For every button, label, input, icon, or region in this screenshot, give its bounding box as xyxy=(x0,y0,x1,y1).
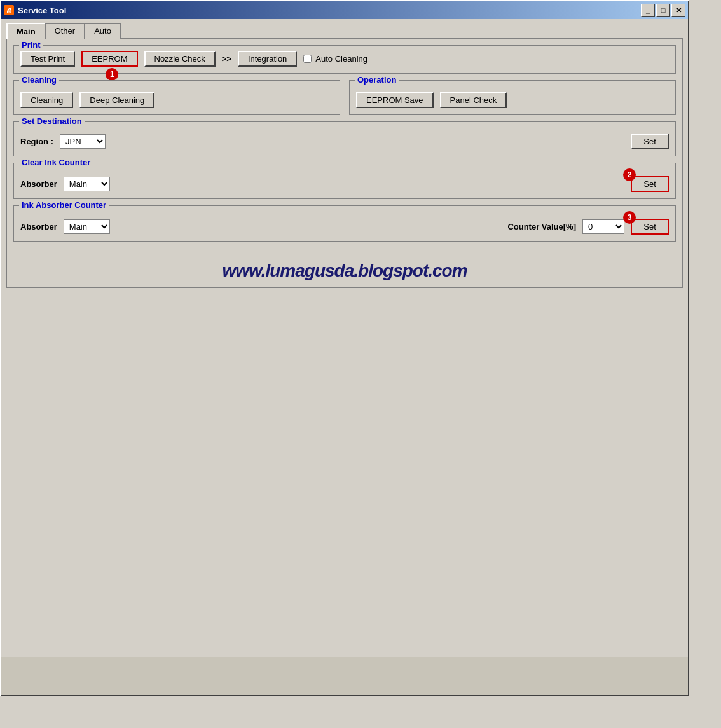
ink-absorber-counter-section: Ink Absorber Counter Absorber Main Sub C… xyxy=(13,205,676,242)
cleaning-buttons: Cleaning Deep Cleaning xyxy=(20,92,333,108)
bottom-area xyxy=(1,657,688,695)
print-row: Test Print EEPROM 1 Nozzle Check >> Inte… xyxy=(20,51,669,67)
region-left: Region : JPN USA EUR AUS xyxy=(20,134,106,149)
operation-section: Operation EEPROM Save Panel Check xyxy=(349,80,676,115)
auto-cleaning-container: Auto Cleaning xyxy=(303,54,367,64)
title-bar: 🖨 Service Tool _ □ ✕ xyxy=(1,1,688,19)
absorber-label-1: Absorber xyxy=(20,179,57,189)
badge-2: 2 xyxy=(623,168,636,181)
tab-auto[interactable]: Auto xyxy=(85,23,121,39)
absorber-row: Absorber Main Sub 2 Set xyxy=(20,176,669,192)
tab-other[interactable]: Other xyxy=(45,23,85,39)
region-select[interactable]: JPN USA EUR AUS xyxy=(60,134,106,149)
watermark: www.lumagusda.blogspot.com xyxy=(13,261,676,281)
panel-check-button[interactable]: Panel Check xyxy=(440,92,507,108)
eeprom-button[interactable]: EEPROM xyxy=(81,51,137,67)
gt-gt-label: >> xyxy=(222,54,231,64)
title-bar-left: 🖨 Service Tool xyxy=(4,5,66,15)
counter-value-select[interactable]: 0 10 20 50 100 xyxy=(582,219,624,234)
app-icon: 🖨 xyxy=(4,5,14,15)
maximize-button[interactable]: □ xyxy=(656,4,670,17)
counter-right: Counter Value[%] 0 10 20 50 100 3 Set xyxy=(507,219,669,235)
operation-section-title: Operation xyxy=(355,75,399,85)
eeprom-save-button[interactable]: EEPROM Save xyxy=(356,92,434,108)
badge-1: 1 xyxy=(106,68,118,81)
clear-ink-counter-title: Clear Ink Counter xyxy=(19,158,93,167)
set-wrapper-3: 3 Set xyxy=(631,219,669,235)
clear-ink-counter-section: Clear Ink Counter Absorber Main Sub 2 Se… xyxy=(13,163,676,199)
title-buttons: _ □ ✕ xyxy=(641,4,685,17)
nozzle-check-button[interactable]: Nozzle Check xyxy=(144,51,216,67)
minimize-button[interactable]: _ xyxy=(641,4,655,17)
auto-cleaning-label: Auto Cleaning xyxy=(315,54,367,64)
test-print-button[interactable]: Test Print xyxy=(20,51,75,67)
close-button[interactable]: ✕ xyxy=(671,4,685,17)
operation-buttons: EEPROM Save Panel Check xyxy=(356,92,669,108)
absorber-label-2: Absorber xyxy=(20,222,57,231)
badge-3: 3 xyxy=(623,211,636,224)
cleaning-operation-row: Cleaning Cleaning Deep Cleaning Operatio… xyxy=(13,80,676,115)
window-content: Main Other Auto Print Test Print EEPROM … xyxy=(1,19,688,292)
set-destination-button[interactable]: Set xyxy=(631,134,669,149)
tabs-container: Main Other Auto xyxy=(6,23,683,39)
print-section-title: Print xyxy=(19,40,43,50)
tab-main[interactable]: Main xyxy=(6,23,45,39)
print-section: Print Test Print EEPROM 1 Nozzle Check >… xyxy=(13,45,676,74)
cleaning-section: Cleaning Cleaning Deep Cleaning xyxy=(13,80,340,115)
main-window: 🖨 Service Tool _ □ ✕ Main Other Auto xyxy=(0,0,689,696)
region-label: Region : xyxy=(20,137,53,146)
set-destination-section: Set Destination Region : JPN USA EUR AUS… xyxy=(13,121,676,156)
cleaning-section-title: Cleaning xyxy=(19,75,59,85)
integration-button[interactable]: Integration xyxy=(238,51,297,67)
set-wrapper-2: 2 Set xyxy=(631,176,669,192)
window-title: Service Tool xyxy=(18,6,66,15)
set-counter-button[interactable]: Set xyxy=(631,219,669,235)
eeprom-wrapper: EEPROM 1 xyxy=(81,51,137,67)
absorber-select-2[interactable]: Main Sub xyxy=(64,219,110,234)
auto-cleaning-checkbox[interactable] xyxy=(303,55,312,63)
counter-label: Counter Value[%] xyxy=(507,222,576,231)
counter-left: Absorber Main Sub xyxy=(20,219,110,234)
set-destination-title: Set Destination xyxy=(19,116,85,126)
tab-content-main: Print Test Print EEPROM 1 Nozzle Check >… xyxy=(6,38,683,288)
ink-absorber-counter-title: Ink Absorber Counter xyxy=(19,200,109,210)
absorber-select-1[interactable]: Main Sub xyxy=(64,177,110,191)
absorber-left: Absorber Main Sub xyxy=(20,177,110,191)
set-clear-ink-button[interactable]: Set xyxy=(631,176,669,192)
region-row: Region : JPN USA EUR AUS Set xyxy=(20,134,669,149)
deep-cleaning-button[interactable]: Deep Cleaning xyxy=(79,92,154,108)
cleaning-button[interactable]: Cleaning xyxy=(20,92,73,108)
counter-row: Absorber Main Sub Counter Value[%] 0 10 … xyxy=(20,219,669,235)
